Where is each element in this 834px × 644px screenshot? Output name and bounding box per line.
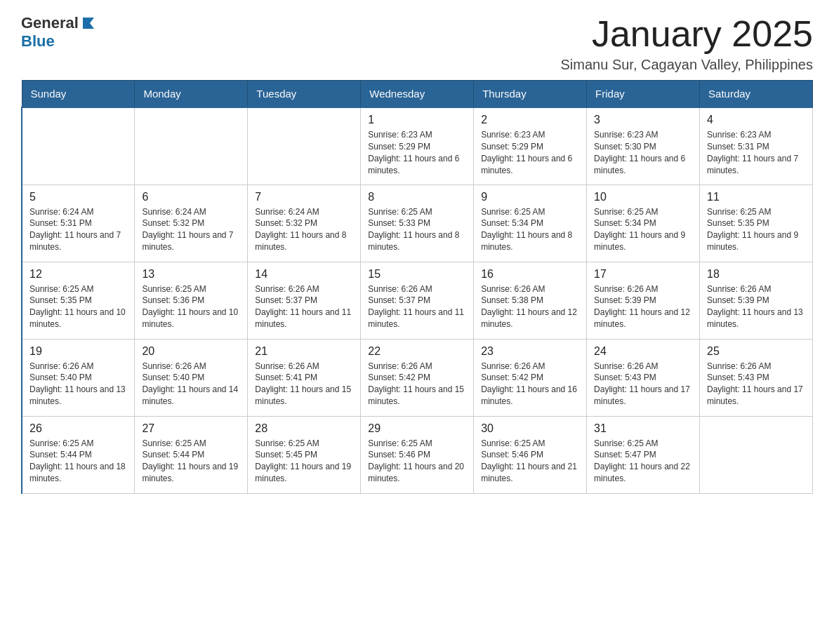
calendar-cell: 22Sunrise: 6:26 AM Sunset: 5:42 PM Dayli…	[361, 339, 474, 416]
calendar-cell: 21Sunrise: 6:26 AM Sunset: 5:41 PM Dayli…	[248, 339, 361, 416]
day-number: 7	[255, 191, 353, 203]
calendar-cell: 13Sunrise: 6:25 AM Sunset: 5:36 PM Dayli…	[135, 262, 248, 339]
day-info: Sunrise: 6:25 AM Sunset: 5:33 PM Dayligh…	[368, 206, 466, 253]
header-row: Sunday Monday Tuesday Wednesday Thursday…	[22, 81, 813, 108]
day-number: 13	[142, 268, 240, 281]
calendar-table: Sunday Monday Tuesday Wednesday Thursday…	[21, 80, 813, 494]
day-number: 8	[368, 191, 466, 203]
calendar-cell: 14Sunrise: 6:26 AM Sunset: 5:37 PM Dayli…	[248, 262, 361, 339]
logo-general-text: General	[21, 14, 79, 32]
day-info: Sunrise: 6:23 AM Sunset: 5:29 PM Dayligh…	[481, 129, 579, 176]
calendar-cell: 28Sunrise: 6:25 AM Sunset: 5:45 PM Dayli…	[248, 416, 361, 493]
logo-blue-text: Blue	[21, 32, 55, 50]
day-info: Sunrise: 6:25 AM Sunset: 5:47 PM Dayligh…	[594, 438, 692, 485]
day-info: Sunrise: 6:26 AM Sunset: 5:42 PM Dayligh…	[481, 361, 579, 408]
day-info: Sunrise: 6:26 AM Sunset: 5:40 PM Dayligh…	[142, 361, 240, 408]
col-friday: Friday	[587, 81, 700, 108]
col-saturday: Saturday	[700, 81, 813, 108]
day-number: 22	[368, 345, 466, 358]
calendar-week-row: 1Sunrise: 6:23 AM Sunset: 5:29 PM Daylig…	[22, 107, 813, 185]
day-info: Sunrise: 6:24 AM Sunset: 5:32 PM Dayligh…	[142, 206, 240, 253]
calendar-cell: 16Sunrise: 6:26 AM Sunset: 5:38 PM Dayli…	[474, 262, 587, 339]
calendar-cell: 10Sunrise: 6:25 AM Sunset: 5:34 PM Dayli…	[587, 185, 700, 262]
day-info: Sunrise: 6:26 AM Sunset: 5:42 PM Dayligh…	[368, 361, 466, 408]
calendar-cell: 8Sunrise: 6:25 AM Sunset: 5:33 PM Daylig…	[361, 185, 474, 262]
calendar-header: Sunday Monday Tuesday Wednesday Thursday…	[22, 81, 813, 108]
day-number: 23	[481, 345, 579, 358]
calendar-week-row: 19Sunrise: 6:26 AM Sunset: 5:40 PM Dayli…	[22, 339, 813, 416]
day-number: 10	[594, 191, 692, 203]
page-header: General Blue January 2025 Simanu Sur, Ca…	[21, 14, 813, 73]
col-tuesday: Tuesday	[248, 81, 361, 108]
calendar-cell: 15Sunrise: 6:26 AM Sunset: 5:37 PM Dayli…	[361, 262, 474, 339]
day-info: Sunrise: 6:25 AM Sunset: 5:45 PM Dayligh…	[255, 438, 353, 485]
calendar-cell: 25Sunrise: 6:26 AM Sunset: 5:43 PM Dayli…	[700, 339, 813, 416]
calendar-cell: 1Sunrise: 6:23 AM Sunset: 5:29 PM Daylig…	[361, 107, 474, 185]
calendar-title: January 2025	[561, 14, 813, 54]
day-info: Sunrise: 6:26 AM Sunset: 5:39 PM Dayligh…	[707, 283, 805, 330]
calendar-cell: 12Sunrise: 6:25 AM Sunset: 5:35 PM Dayli…	[22, 262, 135, 339]
calendar-cell: 31Sunrise: 6:25 AM Sunset: 5:47 PM Dayli…	[587, 416, 700, 493]
calendar-cell: 29Sunrise: 6:25 AM Sunset: 5:46 PM Dayli…	[361, 416, 474, 493]
day-info: Sunrise: 6:25 AM Sunset: 5:35 PM Dayligh…	[29, 283, 127, 330]
day-number: 30	[481, 422, 579, 435]
day-number: 16	[481, 268, 579, 281]
day-number: 29	[368, 422, 466, 435]
calendar-cell: 9Sunrise: 6:25 AM Sunset: 5:34 PM Daylig…	[474, 185, 587, 262]
day-number: 2	[481, 114, 579, 126]
calendar-subtitle: Simanu Sur, Cagayan Valley, Philippines	[561, 57, 813, 73]
day-info: Sunrise: 6:26 AM Sunset: 5:40 PM Dayligh…	[29, 361, 127, 408]
day-info: Sunrise: 6:23 AM Sunset: 5:29 PM Dayligh…	[368, 129, 466, 176]
day-info: Sunrise: 6:26 AM Sunset: 5:37 PM Dayligh…	[255, 283, 353, 330]
day-number: 21	[255, 345, 353, 358]
calendar-cell: 7Sunrise: 6:24 AM Sunset: 5:32 PM Daylig…	[248, 185, 361, 262]
day-number: 17	[594, 268, 692, 281]
day-info: Sunrise: 6:24 AM Sunset: 5:31 PM Dayligh…	[29, 206, 127, 253]
calendar-week-row: 26Sunrise: 6:25 AM Sunset: 5:44 PM Dayli…	[22, 416, 813, 493]
calendar-cell: 20Sunrise: 6:26 AM Sunset: 5:40 PM Dayli…	[135, 339, 248, 416]
day-info: Sunrise: 6:24 AM Sunset: 5:32 PM Dayligh…	[255, 206, 353, 253]
col-sunday: Sunday	[22, 81, 135, 108]
day-number: 12	[29, 268, 127, 281]
calendar-cell: 27Sunrise: 6:25 AM Sunset: 5:44 PM Dayli…	[135, 416, 248, 493]
day-info: Sunrise: 6:26 AM Sunset: 5:43 PM Dayligh…	[707, 361, 805, 408]
day-info: Sunrise: 6:23 AM Sunset: 5:31 PM Dayligh…	[707, 129, 805, 176]
day-info: Sunrise: 6:25 AM Sunset: 5:44 PM Dayligh…	[29, 438, 127, 485]
day-number: 31	[594, 422, 692, 435]
calendar-week-row: 5Sunrise: 6:24 AM Sunset: 5:31 PM Daylig…	[22, 185, 813, 262]
calendar-week-row: 12Sunrise: 6:25 AM Sunset: 5:35 PM Dayli…	[22, 262, 813, 339]
calendar-cell: 4Sunrise: 6:23 AM Sunset: 5:31 PM Daylig…	[700, 107, 813, 185]
svg-marker-0	[83, 18, 94, 29]
title-section: January 2025 Simanu Sur, Cagayan Valley,…	[561, 14, 813, 73]
calendar-cell: 5Sunrise: 6:24 AM Sunset: 5:31 PM Daylig…	[22, 185, 135, 262]
col-thursday: Thursday	[474, 81, 587, 108]
calendar-cell: 17Sunrise: 6:26 AM Sunset: 5:39 PM Dayli…	[587, 262, 700, 339]
calendar-cell	[135, 107, 248, 185]
calendar-cell	[700, 416, 813, 493]
day-number: 25	[707, 345, 805, 358]
calendar-cell: 3Sunrise: 6:23 AM Sunset: 5:30 PM Daylig…	[587, 107, 700, 185]
calendar-cell: 26Sunrise: 6:25 AM Sunset: 5:44 PM Dayli…	[22, 416, 135, 493]
day-number: 4	[707, 114, 805, 126]
day-number: 5	[29, 191, 127, 203]
calendar-cell	[248, 107, 361, 185]
day-number: 20	[142, 345, 240, 358]
calendar-cell: 18Sunrise: 6:26 AM Sunset: 5:39 PM Dayli…	[700, 262, 813, 339]
day-number: 6	[142, 191, 240, 203]
calendar-cell: 6Sunrise: 6:24 AM Sunset: 5:32 PM Daylig…	[135, 185, 248, 262]
day-number: 18	[707, 268, 805, 281]
day-info: Sunrise: 6:25 AM Sunset: 5:46 PM Dayligh…	[368, 438, 466, 485]
calendar-cell: 2Sunrise: 6:23 AM Sunset: 5:29 PM Daylig…	[474, 107, 587, 185]
day-info: Sunrise: 6:25 AM Sunset: 5:46 PM Dayligh…	[481, 438, 579, 485]
day-info: Sunrise: 6:25 AM Sunset: 5:44 PM Dayligh…	[142, 438, 240, 485]
logo: General Blue	[21, 14, 98, 51]
day-info: Sunrise: 6:26 AM Sunset: 5:39 PM Dayligh…	[594, 283, 692, 330]
day-number: 3	[594, 114, 692, 126]
day-number: 14	[255, 268, 353, 281]
day-info: Sunrise: 6:26 AM Sunset: 5:41 PM Dayligh…	[255, 361, 353, 408]
day-number: 28	[255, 422, 353, 435]
day-info: Sunrise: 6:25 AM Sunset: 5:34 PM Dayligh…	[594, 206, 692, 253]
day-info: Sunrise: 6:25 AM Sunset: 5:36 PM Dayligh…	[142, 283, 240, 330]
day-number: 27	[142, 422, 240, 435]
day-number: 11	[707, 191, 805, 203]
